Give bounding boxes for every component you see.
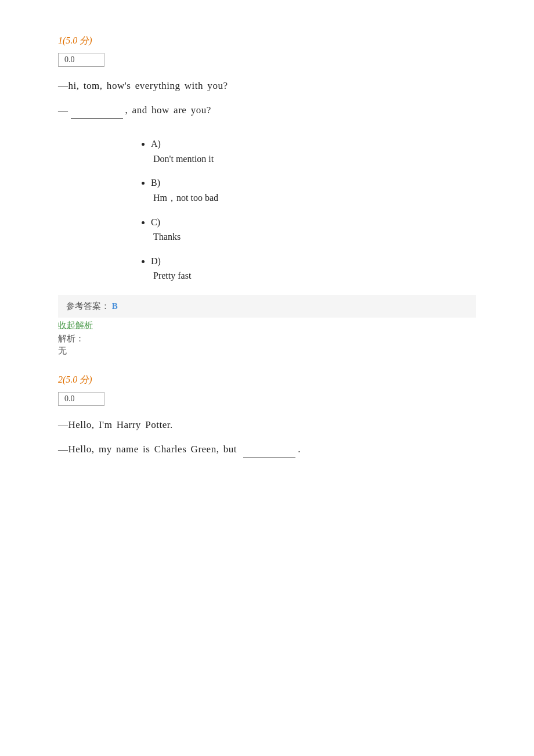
question-1-line1: —hi, tom, how's everything with you? bbox=[58, 77, 476, 95]
question-1-options: A) Don't mention it B) Hm，not too bad C)… bbox=[58, 136, 476, 283]
answer-value-1: B bbox=[112, 301, 118, 311]
option-c-label: C) bbox=[151, 217, 160, 227]
option-d-text: Pretty fast bbox=[153, 268, 476, 283]
question-2-blank bbox=[243, 440, 295, 459]
question-2-number: 2(5.0 分) bbox=[58, 374, 476, 386]
answer-section-1: 参考答案： B bbox=[58, 295, 476, 318]
option-b[interactable]: B) Hm，not too bad bbox=[151, 175, 476, 205]
collapse-link-1[interactable]: 收起解析 bbox=[58, 320, 476, 331]
option-d[interactable]: D) Pretty fast bbox=[151, 254, 476, 283]
analysis-label-1: 解析： bbox=[58, 333, 476, 344]
option-b-label: B) bbox=[151, 178, 160, 188]
option-a-label: A) bbox=[151, 139, 161, 149]
option-b-text: Hm，not too bad bbox=[153, 190, 476, 206]
answer-label-1: 参考答案： bbox=[66, 301, 110, 311]
question-1-number: 1(5.0 分) bbox=[58, 35, 476, 47]
question-1-score-box[interactable]: 0.0 bbox=[58, 53, 104, 67]
option-c[interactable]: C) Thanks bbox=[151, 215, 476, 244]
option-a-text: Don't mention it bbox=[153, 152, 476, 167]
analysis-content-1: 无 bbox=[58, 345, 476, 357]
option-d-label: D) bbox=[151, 256, 161, 266]
option-c-text: Thanks bbox=[153, 229, 476, 244]
question-2-line2: —Hello, my name is Charles Green, but . bbox=[58, 440, 476, 459]
question-1-line2: — , and how are you? bbox=[58, 101, 476, 120]
option-a[interactable]: A) Don't mention it bbox=[151, 136, 476, 166]
question-2: 2(5.0 分) 0.0 —Hello, I'm Harry Potter. —… bbox=[58, 374, 476, 458]
question-1-blank bbox=[71, 101, 123, 120]
question-2-line1: —Hello, I'm Harry Potter. bbox=[58, 416, 476, 434]
question-1: 1(5.0 分) 0.0 —hi, tom, how's everything … bbox=[58, 35, 476, 357]
question-2-score-box[interactable]: 0.0 bbox=[58, 392, 104, 406]
